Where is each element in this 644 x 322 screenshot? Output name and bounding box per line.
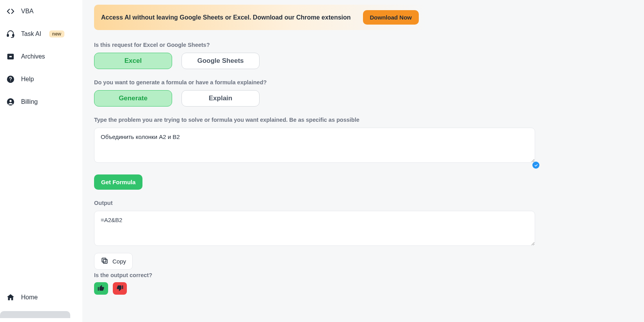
sidebar-item-label: Help <box>21 76 34 83</box>
banner-text: Access AI without leaving Google Sheets … <box>101 14 351 21</box>
svg-point-7 <box>9 100 12 102</box>
archive-icon <box>6 52 15 61</box>
sidebar-top: VBA Task AI new Archives Help Bill <box>0 0 82 286</box>
problem-input[interactable] <box>94 128 535 163</box>
mode-section: Do you want to generate a formula or hav… <box>94 79 426 107</box>
svg-rect-1 <box>12 34 14 37</box>
extension-banner: Access AI without leaving Google Sheets … <box>94 5 426 30</box>
sidebar: VBA Task AI new Archives Help Bill <box>0 0 82 322</box>
sidebar-item-label: Billing <box>21 98 38 105</box>
problem-section: Type the problem you are trying to solve… <box>94 117 632 164</box>
svg-rect-9 <box>102 258 106 262</box>
sidebar-item-label: Home <box>21 294 38 301</box>
problem-input-wrap <box>94 128 535 164</box>
thumbs-up-icon <box>97 284 105 293</box>
google-sheets-option[interactable]: Google Sheets <box>181 53 260 69</box>
output-section: Output Copy <box>94 200 632 270</box>
feedback-row <box>94 282 632 295</box>
sidebar-item-billing[interactable]: Billing <box>0 91 82 113</box>
copy-button[interactable]: Copy <box>94 253 133 270</box>
sidebar-item-home[interactable]: Home <box>0 286 82 309</box>
download-now-button[interactable]: Download Now <box>363 10 419 25</box>
submit-section: Get Formula <box>94 174 632 190</box>
svg-rect-8 <box>103 260 107 263</box>
home-icon <box>6 293 15 302</box>
sidebar-item-archives[interactable]: Archives <box>0 45 82 68</box>
platform-label: Is this request for Excel or Google Shee… <box>94 42 426 48</box>
output-box[interactable] <box>94 211 535 246</box>
sidebar-item-label: Archives <box>21 53 45 60</box>
output-label: Output <box>94 200 632 206</box>
platform-toggle: Excel Google Sheets <box>94 53 426 69</box>
sidebar-item-task-ai[interactable]: Task AI new <box>0 23 82 45</box>
excel-option[interactable]: Excel <box>94 53 172 69</box>
feedback-section: Is the output correct? <box>94 272 632 295</box>
explain-option[interactable]: Explain <box>181 90 260 107</box>
mode-label: Do you want to generate a formula or hav… <box>94 79 426 85</box>
headset-icon <box>6 30 15 38</box>
main-content: Access AI without leaving Google Sheets … <box>82 0 644 322</box>
sidebar-item-vba[interactable]: VBA <box>0 0 82 23</box>
svg-rect-3 <box>9 56 12 57</box>
copy-label: Copy <box>112 258 126 265</box>
check-circle-icon <box>532 162 539 169</box>
generate-option[interactable]: Generate <box>94 90 172 107</box>
user-circle-icon <box>6 98 15 106</box>
get-formula-button[interactable]: Get Formula <box>94 174 142 190</box>
mode-toggle: Generate Explain <box>94 90 426 107</box>
problem-label: Type the problem you are trying to solve… <box>94 117 632 123</box>
help-icon <box>6 75 15 84</box>
thumbs-down-button[interactable] <box>113 282 127 295</box>
bottom-pill <box>0 311 70 318</box>
platform-section: Is this request for Excel or Google Shee… <box>94 42 426 69</box>
thumbs-down-icon <box>116 284 124 293</box>
feedback-label: Is the output correct? <box>94 272 632 278</box>
new-badge: new <box>49 30 64 37</box>
sidebar-item-label: VBA <box>21 8 34 15</box>
code-brackets-icon <box>6 7 15 16</box>
sidebar-item-label: Task AI <box>21 30 41 37</box>
svg-rect-0 <box>7 34 9 37</box>
thumbs-up-button[interactable] <box>94 282 108 295</box>
sidebar-bottom: Home <box>0 286 82 322</box>
copy-icon <box>101 257 109 266</box>
sidebar-item-help[interactable]: Help <box>0 68 82 91</box>
svg-point-5 <box>10 80 11 81</box>
